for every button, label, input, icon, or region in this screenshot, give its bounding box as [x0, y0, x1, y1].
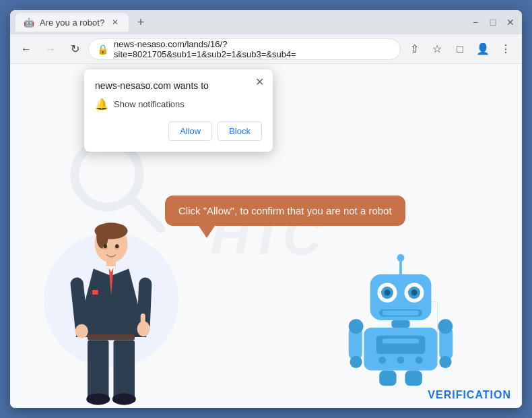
- notification-row: 🔔 Show notifications: [95, 98, 262, 111]
- svg-point-13: [75, 324, 88, 338]
- title-bar: 🤖 Are you a robot? ✕ + − □ ✕: [10, 10, 522, 34]
- popup-buttons: Allow Block: [95, 121, 262, 141]
- browser-tab[interactable]: 🤖 Are you a robot? ✕: [15, 13, 129, 32]
- profile-button[interactable]: 👤: [472, 38, 494, 60]
- speech-bubble: Click "Allow", to confirm that you are n…: [165, 196, 405, 226]
- tab-favicon: 🤖: [24, 17, 34, 28]
- navigation-bar: ← → ↻ 🔒 news-nesaso.com/lands/16/?site=8…: [10, 34, 522, 64]
- svg-rect-16: [114, 340, 135, 399]
- svg-rect-23: [92, 290, 98, 295]
- svg-point-41: [415, 357, 423, 364]
- refresh-button[interactable]: ↻: [64, 38, 86, 60]
- svg-rect-11: [141, 314, 145, 331]
- svg-point-40: [397, 357, 405, 364]
- svg-point-32: [411, 290, 417, 296]
- svg-rect-38: [383, 338, 420, 343]
- bell-icon: 🔔: [95, 98, 108, 111]
- url-text: news-nesaso.com/lands/16/?site=8021705&s…: [114, 39, 392, 59]
- tab-title: Are you a robot?: [40, 18, 104, 28]
- svg-point-39: [378, 357, 386, 364]
- svg-rect-34: [383, 310, 420, 315]
- svg-point-22: [115, 244, 119, 248]
- svg-rect-37: [376, 336, 426, 354]
- svg-point-18: [112, 393, 136, 405]
- notification-label: Show notifications: [114, 99, 185, 109]
- permission-popup: ✕ news-nesaso.com wants to 🔔 Show notifi…: [84, 69, 273, 152]
- svg-rect-35: [391, 320, 409, 328]
- svg-rect-15: [88, 340, 109, 399]
- close-button[interactable]: ✕: [504, 16, 517, 28]
- extension-button[interactable]: □: [449, 38, 471, 60]
- svg-line-12: [77, 284, 81, 328]
- minimize-button[interactable]: −: [469, 16, 481, 28]
- block-button[interactable]: Block: [218, 121, 262, 141]
- verification-label: VERIFICATION: [428, 389, 511, 401]
- svg-rect-48: [379, 371, 396, 386]
- svg-point-46: [350, 356, 362, 368]
- svg-point-21: [104, 244, 107, 248]
- svg-point-31: [384, 290, 390, 296]
- menu-button[interactable]: ⋮: [495, 38, 517, 60]
- forward-button[interactable]: →: [40, 38, 61, 60]
- page-content: HTC ✕ news-nesaso.com wants to 🔔 Show no…: [10, 64, 522, 408]
- svg-point-47: [439, 356, 451, 368]
- lock-icon: 🔒: [97, 44, 108, 55]
- svg-point-17: [86, 393, 110, 405]
- popup-title: news-nesaso.com wants to: [95, 80, 262, 91]
- popup-close-button[interactable]: ✕: [253, 75, 266, 88]
- address-bar[interactable]: 🔒 news-nesaso.com/lands/16/?site=8021705…: [88, 38, 401, 60]
- back-button[interactable]: ←: [15, 38, 37, 60]
- speech-bubble-text: Click "Allow", to confirm that you are n…: [178, 205, 392, 216]
- robot-figure: [347, 253, 455, 388]
- browser-window: 🤖 Are you a robot? ✕ + − □ ✕ ← → ↻ 🔒 new…: [10, 10, 522, 408]
- window-controls: − □ ✕: [469, 16, 517, 28]
- tab-close-button[interactable]: ✕: [110, 17, 121, 28]
- share-button[interactable]: ⇧: [403, 38, 425, 60]
- person-figure: [51, 219, 172, 408]
- svg-point-43: [349, 319, 364, 334]
- svg-rect-49: [405, 371, 422, 386]
- svg-rect-14: [88, 334, 135, 340]
- svg-point-25: [397, 254, 405, 262]
- bookmark-button[interactable]: ☆: [426, 38, 448, 60]
- allow-button[interactable]: Allow: [168, 121, 212, 141]
- svg-point-45: [438, 319, 453, 334]
- maximize-button[interactable]: □: [487, 16, 499, 28]
- nav-action-buttons: ⇧ ☆ □ 👤 ⋮: [403, 38, 517, 60]
- new-tab-button[interactable]: +: [131, 13, 150, 32]
